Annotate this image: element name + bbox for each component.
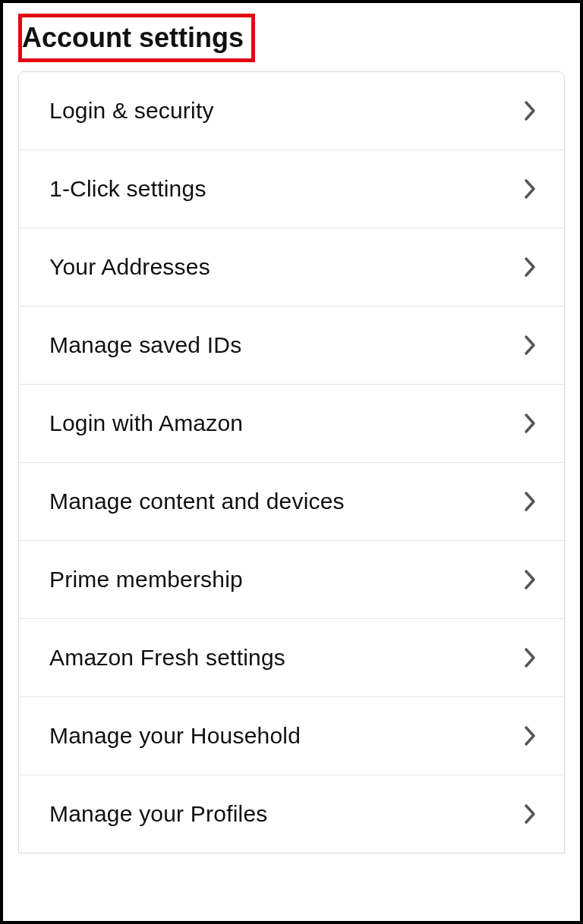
account-settings-list: Login & security 1-Click settings Your A…: [18, 71, 565, 853]
chevron-right-icon: [523, 256, 537, 278]
list-item-one-click-settings[interactable]: 1-Click settings: [19, 150, 564, 228]
list-item-label: 1-Click settings: [49, 176, 206, 202]
chevron-right-icon: [523, 99, 537, 122]
list-item-label: Amazon Fresh settings: [49, 645, 285, 671]
list-item-label: Manage your Profiles: [49, 801, 267, 827]
list-item-manage-saved-ids[interactable]: Manage saved IDs: [19, 306, 564, 385]
chevron-right-icon: [523, 803, 537, 825]
chevron-right-icon: [523, 724, 537, 747]
chevron-right-icon: [523, 490, 537, 513]
chevron-right-icon: [523, 568, 537, 591]
chevron-right-icon: [523, 178, 537, 200]
list-item-label: Your Addresses: [49, 254, 210, 280]
list-item-label: Login & security: [49, 98, 214, 124]
list-item-your-addresses[interactable]: Your Addresses: [19, 228, 564, 306]
list-item-label: Manage saved IDs: [49, 332, 241, 358]
list-item-manage-household[interactable]: Manage your Household: [19, 697, 564, 775]
list-item-prime-membership[interactable]: Prime membership: [19, 541, 564, 619]
chevron-right-icon: [523, 412, 537, 435]
chevron-right-icon: [523, 334, 537, 357]
list-item-login-with-amazon[interactable]: Login with Amazon: [19, 385, 564, 463]
list-item-label: Manage your Household: [49, 723, 301, 749]
list-item-amazon-fresh-settings[interactable]: Amazon Fresh settings: [19, 619, 564, 697]
list-item-login-security[interactable]: Login & security: [19, 72, 564, 150]
list-item-manage-content-devices[interactable]: Manage content and devices: [19, 463, 564, 541]
chevron-right-icon: [523, 646, 537, 669]
list-item-manage-profiles[interactable]: Manage your Profiles: [19, 775, 564, 853]
list-item-label: Manage content and devices: [49, 489, 345, 514]
page-title: Account settings: [18, 14, 255, 62]
list-item-label: Login with Amazon: [49, 410, 243, 436]
list-item-label: Prime membership: [49, 567, 243, 592]
